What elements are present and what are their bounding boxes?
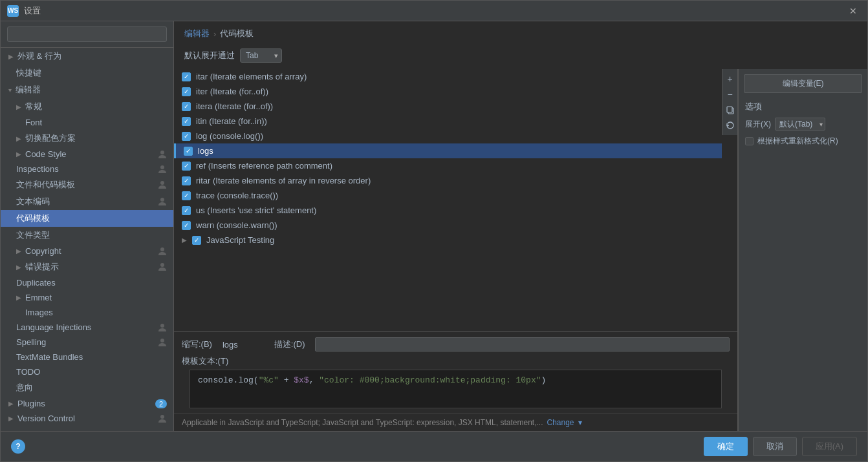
- item-label: log (console.log()): [196, 131, 263, 141]
- svg-point-8: [160, 415, 164, 419]
- chevron-down-icon: ▾: [8, 87, 12, 94]
- restore-button[interactable]: [723, 118, 737, 132]
- item-checkbox[interactable]: [192, 236, 201, 245]
- list-item[interactable]: itin (Iterate (for..in)): [174, 114, 722, 129]
- user-icon: [158, 414, 167, 423]
- sidebar-item-version-control[interactable]: ▶ Version Control: [1, 411, 173, 426]
- list-panel: itar (Iterate elements of array) iter (I…: [174, 69, 738, 431]
- svg-point-0: [160, 151, 164, 154]
- code-editor-area: console.log("%c" + $x$, "color: #000;bac…: [190, 370, 722, 408]
- middle-area: itar (Iterate elements of array) iter (I…: [174, 69, 867, 431]
- item-checkbox[interactable]: [182, 72, 191, 81]
- breadcrumb-parent[interactable]: 编辑器: [184, 28, 210, 39]
- description-input[interactable]: [315, 337, 730, 352]
- remove-button[interactable]: −: [723, 87, 737, 101]
- breadcrumb: 编辑器 › 代码模板: [174, 21, 867, 45]
- list-item[interactable]: log (console.log()): [174, 129, 722, 143]
- bottom-area: 缩写:(B) logs 描述:(D) 模板文本:(T) console.log(…: [174, 331, 737, 414]
- item-checkbox[interactable]: [182, 221, 191, 230]
- close-button[interactable]: ✕: [845, 5, 861, 17]
- sidebar-item-todo[interactable]: TODO: [1, 364, 173, 379]
- search-bar: [1, 21, 173, 48]
- sidebar-item-code-style[interactable]: ▶ Code Style: [1, 147, 173, 162]
- svg-point-2: [160, 181, 164, 185]
- item-checkbox[interactable]: [182, 87, 191, 96]
- format-checkbox[interactable]: [745, 137, 754, 145]
- plugins-badge: 2: [155, 399, 167, 408]
- sidebar-item-font[interactable]: Font: [1, 115, 173, 130]
- sidebar-item-editor[interactable]: ▾ 编辑器: [1, 81, 173, 98]
- sidebar-item-intentions[interactable]: ▶ 错误提示: [1, 258, 173, 275]
- applicable-change-link[interactable]: Change: [547, 418, 574, 427]
- sidebar-item-duplicates[interactable]: Duplicates: [1, 275, 173, 290]
- add-button[interactable]: +: [723, 72, 737, 86]
- list-item-js-testing[interactable]: ▶ JavaScript Testing: [174, 233, 722, 247]
- expand-option-select[interactable]: 默认(Tab) Tab Enter Space: [775, 118, 825, 131]
- sidebar-item-shortcuts[interactable]: 快捷键: [1, 65, 173, 81]
- chevron-right-icon: ▶: [8, 53, 14, 60]
- svg-point-3: [160, 198, 164, 202]
- applicable-text: Applicable in JavaScript and TypeScript;…: [182, 418, 543, 427]
- sidebar-item-file-templates[interactable]: 文件和代码模板: [1, 176, 173, 193]
- chevron-right-icon: ▶: [16, 247, 21, 255]
- confirm-button[interactable]: 确定: [704, 437, 748, 456]
- svg-point-4: [160, 247, 164, 251]
- cancel-button[interactable]: 取消: [753, 437, 797, 456]
- search-input[interactable]: [7, 26, 167, 42]
- list-item[interactable]: ref (Inserts reference path comment): [174, 158, 722, 173]
- item-checkbox[interactable]: [182, 117, 191, 126]
- item-checkbox[interactable]: [182, 162, 191, 171]
- breadcrumb-separator: ›: [213, 29, 216, 39]
- window-title: 设置: [24, 5, 845, 17]
- item-checkbox[interactable]: [184, 147, 193, 156]
- edit-variable-button[interactable]: 编辑变量(E): [744, 74, 862, 93]
- item-checkbox[interactable]: [182, 191, 191, 200]
- sidebar-item-images[interactable]: Images: [1, 305, 173, 320]
- sidebar: ▶ 外观 & 行为 快捷键 ▾ 编辑器 ▶ 常规 Font ▶ 切换配色方案: [1, 21, 174, 431]
- format-label: 根据样式重新格式化(R): [757, 136, 838, 147]
- settings-window: WS 设置 ✕ ▶ 外观 & 行为 快捷键 ▾ 编辑器 ▶ 常规: [0, 0, 868, 462]
- sidebar-item-lang-injections[interactable]: Language Injections: [1, 320, 173, 335]
- list-item-logs[interactable]: logs: [174, 143, 722, 158]
- copy-button[interactable]: [723, 103, 737, 117]
- item-checkbox[interactable]: [182, 206, 191, 215]
- list-item[interactable]: itar (Iterate elements of array): [174, 69, 722, 84]
- restore-icon: [726, 121, 735, 130]
- svg-point-6: [160, 324, 164, 328]
- svg-point-5: [160, 263, 164, 267]
- format-option-row: 根据样式重新格式化(R): [739, 133, 867, 149]
- sidebar-item-live-templates[interactable]: 文本编码: [1, 193, 173, 210]
- list-item[interactable]: us (Inserts 'use strict' statement): [174, 203, 722, 218]
- item-label: JavaScript Testing: [206, 235, 274, 245]
- list-item[interactable]: trace (console.trace()): [174, 188, 722, 203]
- item-label: itar (Iterate elements of array): [196, 72, 307, 81]
- item-checkbox[interactable]: [182, 176, 191, 185]
- copy-icon: [726, 105, 735, 114]
- apply-button[interactable]: 应用(A): [802, 437, 857, 456]
- sidebar-item-emmet[interactable]: ▶ Emmet: [1, 290, 173, 305]
- expand-select[interactable]: Tab Space Enter: [240, 48, 282, 63]
- code-var: $x$: [294, 375, 309, 385]
- list-item[interactable]: itera (Iterate (for..of)): [174, 99, 722, 114]
- sidebar-item-color-scheme[interactable]: ▶ 切换配色方案: [1, 130, 173, 147]
- list-item[interactable]: ritar (Iterate elements of array in reve…: [174, 173, 722, 188]
- user-icon: [158, 150, 167, 159]
- list-item[interactable]: iter (Iterate (for..of)): [174, 84, 722, 99]
- sidebar-item-inspections[interactable]: Inspections: [1, 162, 173, 176]
- code-area[interactable]: console.log("%c" + $x$, "color: #000;bac…: [190, 370, 722, 408]
- item-label: ritar (Iterate elements of array in reve…: [196, 176, 371, 185]
- sidebar-item-copyright[interactable]: ▶ Copyright: [1, 244, 173, 258]
- item-checkbox[interactable]: [182, 102, 191, 111]
- chevron-right-icon: ▶: [16, 294, 21, 301]
- sidebar-item-file-types[interactable]: 文件类型: [1, 227, 173, 244]
- sidebar-item-intentions2[interactable]: 意向: [1, 379, 173, 396]
- sidebar-item-appearance[interactable]: ▶ 外观 & 行为: [1, 48, 173, 65]
- item-checkbox[interactable]: [182, 132, 191, 141]
- list-item[interactable]: warn (console.warn()): [174, 218, 722, 233]
- help-button[interactable]: ?: [11, 439, 25, 454]
- sidebar-item-plugins[interactable]: ▶ Plugins 2: [1, 396, 173, 411]
- sidebar-item-spelling[interactable]: Spelling: [1, 335, 173, 350]
- sidebar-item-textmate[interactable]: TextMate Bundles: [1, 350, 173, 364]
- sidebar-item-code-templates[interactable]: 代码模板: [1, 210, 173, 227]
- sidebar-item-general[interactable]: ▶ 常规: [1, 98, 173, 115]
